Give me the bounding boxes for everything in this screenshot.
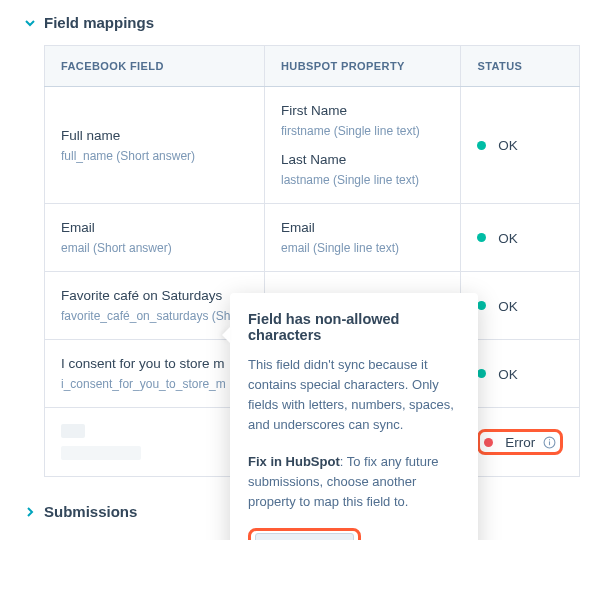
status-dot-ok-icon xyxy=(477,301,486,310)
col-hubspot-property: HUBSPOT PROPERTY xyxy=(265,46,461,87)
chevron-down-icon xyxy=(24,17,36,29)
placeholder-icon xyxy=(61,446,141,460)
col-status: STATUS xyxy=(461,46,580,87)
table-row: Full name full_name (Short answer) First… xyxy=(45,87,580,204)
placeholder-icon xyxy=(61,424,85,438)
submissions-title: Submissions xyxy=(44,503,137,520)
hp-property-sub: firstname (Single line text) xyxy=(281,124,444,138)
table-row: Email email (Short answer) Email email (… xyxy=(45,204,580,272)
fb-field-sub: i_consent_for_you_to_store_m xyxy=(61,377,248,391)
edit-mapping-button[interactable]: Edit mapping xyxy=(255,533,354,540)
popover-fix-label: Fix in HubSpot xyxy=(248,454,340,469)
hp-property-sub: email (Single line text) xyxy=(281,241,444,255)
fb-field-label: Email xyxy=(61,220,248,235)
status-text: OK xyxy=(498,298,518,313)
chevron-right-icon xyxy=(24,506,36,518)
fb-field-sub: favorite_café_on_saturdays (Sh xyxy=(61,309,248,323)
col-facebook-field: FACEBOOK FIELD xyxy=(45,46,265,87)
status-dot-ok-icon xyxy=(477,369,486,378)
hp-property-label: Last Name xyxy=(281,152,444,167)
status-text: Error xyxy=(505,435,535,450)
hp-property-label: Email xyxy=(281,220,444,235)
svg-rect-1 xyxy=(549,441,550,445)
info-icon[interactable] xyxy=(543,436,556,449)
field-mappings-title: Field mappings xyxy=(44,14,154,31)
hp-property-sub: lastname (Single line text) xyxy=(281,173,444,187)
svg-rect-2 xyxy=(549,439,550,440)
status-text: OK xyxy=(498,366,518,381)
fb-field-label: Favorite café on Saturdays xyxy=(61,288,248,303)
hp-property-label: First Name xyxy=(281,103,444,118)
error-highlight: Error xyxy=(477,429,563,455)
fb-field-label: I consent for you to store m xyxy=(61,356,248,371)
error-popover: Field has non-allowed characters This fi… xyxy=(230,293,478,540)
status-text: OK xyxy=(498,138,518,153)
popover-title: Field has non-allowed characters xyxy=(248,311,460,343)
fb-field-sub: full_name (Short answer) xyxy=(61,149,248,163)
popover-body-1: This field didn't sync because it contai… xyxy=(248,355,460,436)
fb-field-label: Full name xyxy=(61,128,248,143)
status-dot-ok-icon xyxy=(477,141,486,150)
edit-mapping-highlight: Edit mapping xyxy=(248,528,361,540)
status-dot-ok-icon xyxy=(477,233,486,242)
fb-field-sub: email (Short answer) xyxy=(61,241,248,255)
popover-body-2: Fix in HubSpot: To fix any future submis… xyxy=(248,452,460,512)
status-text: OK xyxy=(498,230,518,245)
status-dot-error-icon xyxy=(484,438,493,447)
field-mappings-section-toggle[interactable]: Field mappings xyxy=(24,14,580,31)
